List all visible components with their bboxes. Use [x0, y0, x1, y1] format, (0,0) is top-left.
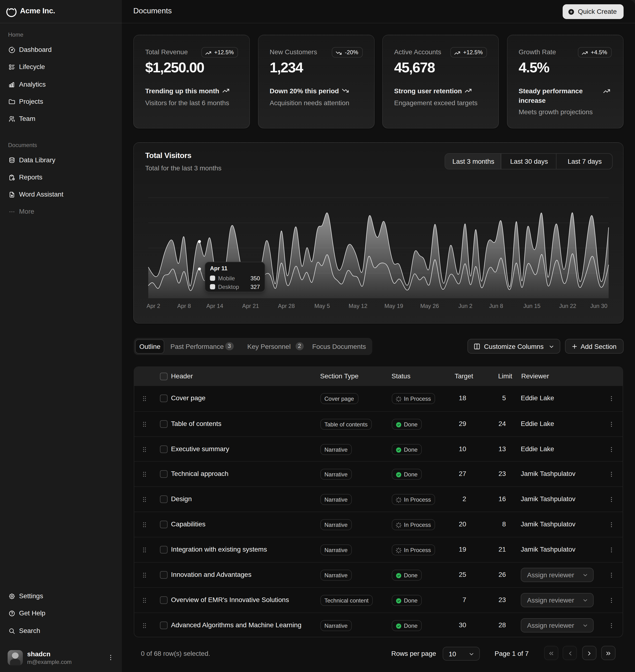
svg-text:Jun 8: Jun 8 — [489, 303, 503, 309]
svg-text:Jun 15: Jun 15 — [523, 303, 541, 309]
svg-text:Apr 2: Apr 2 — [147, 303, 160, 309]
svg-text:Jun 22: Jun 22 — [559, 303, 576, 309]
svg-text:May 12: May 12 — [349, 303, 368, 309]
svg-text:Apr 14: Apr 14 — [206, 303, 223, 309]
svg-text:May 5: May 5 — [314, 303, 330, 309]
svg-text:Apr 28: Apr 28 — [278, 303, 295, 309]
svg-text:May 26: May 26 — [420, 303, 439, 309]
svg-text:Jun 2: Jun 2 — [458, 303, 473, 309]
svg-text:May 19: May 19 — [385, 303, 403, 309]
svg-text:Jun 30: Jun 30 — [590, 303, 607, 309]
svg-text:Apr 8: Apr 8 — [177, 303, 191, 309]
svg-text:Apr 21: Apr 21 — [242, 303, 259, 309]
